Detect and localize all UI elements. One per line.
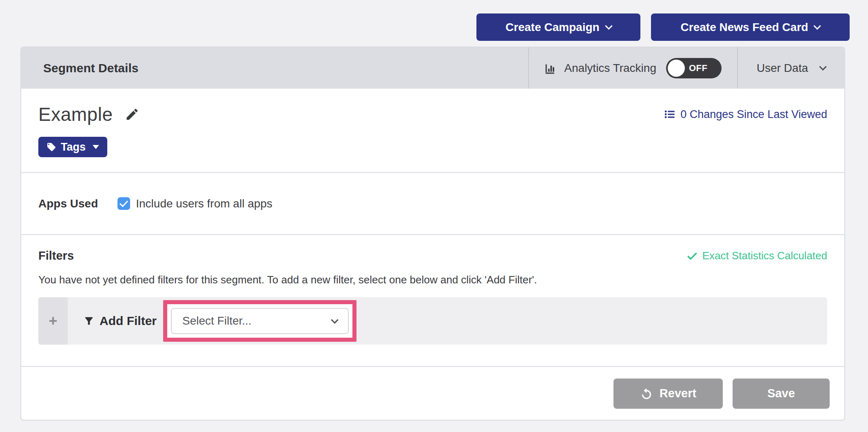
segment-title-section: Example 0 Changes Since Last Viewed (21, 89, 844, 173)
create-news-feed-card-button[interactable]: Create News Feed Card (651, 13, 850, 41)
chevron-down-icon (331, 316, 338, 323)
tag-icon (46, 142, 56, 152)
select-filter-dropdown[interactable]: Select Filter... (171, 308, 349, 334)
toggle-state-label: OFF (689, 63, 708, 73)
check-icon (687, 251, 698, 261)
chevron-down-icon (605, 22, 612, 29)
exact-statistics-label: Exact Statistics Calculated (702, 249, 827, 262)
tags-button[interactable]: Tags (38, 137, 107, 157)
analytics-tracking-label: Analytics Tracking (564, 62, 656, 75)
save-button-label: Save (767, 387, 795, 400)
chevron-down-icon (814, 22, 821, 29)
edit-pencil-icon[interactable] (125, 107, 140, 122)
toggle-knob (668, 60, 685, 77)
revert-button[interactable]: Revert (613, 379, 723, 409)
include-all-apps-label: Include users from all apps (136, 197, 272, 210)
chevron-down-icon (819, 63, 826, 70)
tags-button-label: Tags (61, 141, 86, 154)
analytics-tracking-section: Analytics Tracking OFF (528, 47, 737, 89)
segment-name: Example (38, 103, 113, 125)
revert-undo-icon (640, 387, 653, 400)
exact-statistics-badge: Exact Statistics Calculated (687, 249, 827, 262)
filter-funnel-icon (83, 315, 95, 327)
segment-details-card: Segment Details Analytics Tracking OFF U… (20, 47, 845, 421)
list-icon (664, 109, 675, 120)
add-filter-row-button[interactable]: + (38, 297, 68, 345)
add-filter-label-group: Add Filter (83, 314, 157, 328)
top-action-bar: Create Campaign Create News Feed Card (476, 13, 850, 41)
filters-section: Filters Exact Statistics Calculated You … (21, 235, 844, 367)
caret-down-icon (93, 145, 99, 149)
add-filter-row: + Add Filter Select Filter... (38, 297, 827, 345)
user-data-label: User Data (757, 62, 808, 75)
apps-used-section: Apps Used Include users from all apps (21, 173, 844, 235)
changes-link-label: 0 Changes Since Last Viewed (680, 108, 827, 121)
card-footer: Revert Save (21, 367, 844, 420)
analytics-tracking-toggle[interactable]: OFF (666, 58, 722, 78)
include-all-apps-checkbox[interactable] (117, 197, 130, 210)
add-filter-label: Add Filter (100, 314, 157, 328)
apps-used-label: Apps Used (38, 197, 98, 210)
filters-heading: Filters (38, 249, 687, 263)
create-news-feed-card-label: Create News Feed Card (681, 21, 808, 34)
user-data-dropdown[interactable]: User Data (737, 47, 844, 89)
select-filter-placeholder: Select Filter... (182, 314, 252, 327)
select-filter-highlight: Select Filter... (163, 300, 356, 342)
changes-since-last-viewed-link[interactable]: 0 Changes Since Last Viewed (664, 108, 827, 121)
save-button[interactable]: Save (733, 379, 830, 409)
filters-empty-message: You have not yet defined filters for thi… (38, 274, 827, 286)
create-campaign-label: Create Campaign (505, 21, 599, 34)
card-header: Segment Details Analytics Tracking OFF U… (21, 47, 844, 89)
revert-button-label: Revert (660, 387, 696, 400)
bar-chart-icon (545, 62, 557, 74)
create-campaign-button[interactable]: Create Campaign (476, 13, 640, 41)
page-title: Segment Details (21, 61, 528, 75)
